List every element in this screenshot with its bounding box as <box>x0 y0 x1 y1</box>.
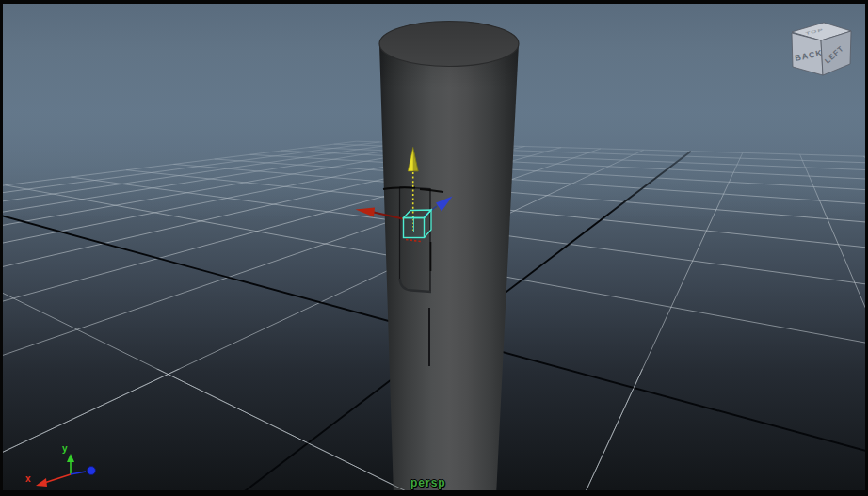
perspective-viewport[interactable]: BACK LEFT TOP y x persp <box>3 4 865 490</box>
camera-name-label: persp <box>410 476 446 489</box>
gizmo-y-label: y <box>62 443 68 454</box>
axis-orientation-gizmo: y x <box>3 4 865 490</box>
gizmo-z-axis <box>71 467 96 475</box>
gizmo-x-axis: x <box>25 473 71 487</box>
gizmo-x-label: x <box>25 473 31 484</box>
maya-viewport-window: BACK LEFT TOP y x persp <box>0 0 868 496</box>
gizmo-y-axis: y <box>62 443 74 474</box>
